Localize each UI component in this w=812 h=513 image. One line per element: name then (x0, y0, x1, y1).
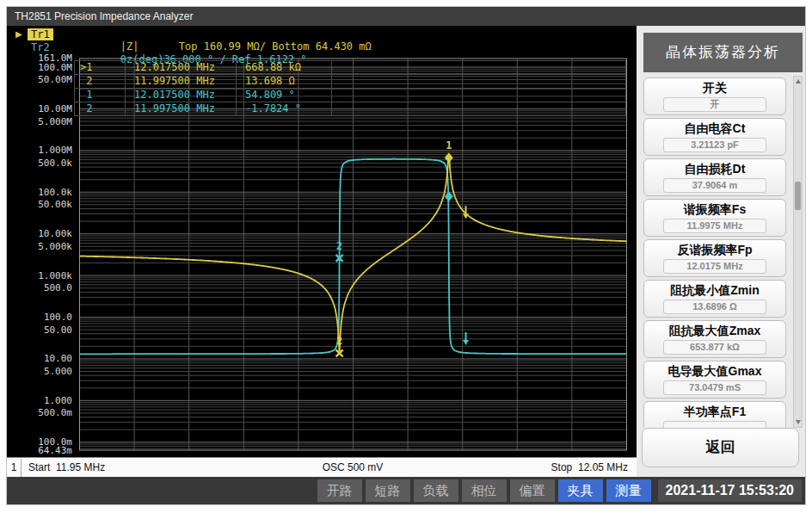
y-axis-label: 5.000M (38, 117, 72, 127)
panel-button-resonant-freq-fs[interactable]: 谐振频率Fs11.9975 MHz (643, 199, 786, 237)
bias-button[interactable]: 偏置 (510, 479, 555, 502)
window-title: TH2851 Precision Impedance Analyzer (15, 10, 193, 22)
marker-readout-cell (332, 89, 625, 102)
ref-arrow-tr2-tip-icon (463, 340, 469, 345)
marker-readout-row: 211.997500 MHz-1.7824 ° (74, 102, 626, 116)
y-axis-label: 50.00M (38, 75, 72, 84)
panel-button-conductance-max-gmax[interactable]: 电导最大值Gmax73.0479 mS (643, 361, 786, 399)
panel-scrollbar[interactable] (793, 76, 803, 428)
main-area: 122 ▶ Tr1 |Z|Top 160.99 MΩ/ Bottom 64.43… (7, 26, 805, 477)
marker-readout-cell: 12.017500 MHz (126, 61, 237, 74)
marker-readout-table: >112.017500 MHz668.88 kΩ 211.997500 MHz1… (74, 60, 626, 116)
y-axis-label: 100.0k (38, 188, 72, 197)
panel-button-value: 653.877 kΩ (663, 340, 766, 355)
y-axis-label: 500.0m (38, 408, 72, 417)
scroll-up-icon[interactable] (796, 79, 801, 83)
y-axis-label: 10.00 (44, 354, 72, 363)
app-window: TH2851 Precision Impedance Analyzer 122 … (7, 7, 805, 504)
marker-1-label: 1 (446, 139, 452, 151)
marker-readout-cell: 13.698 Ω (237, 75, 332, 88)
graph-area: 122 ▶ Tr1 |Z|Top 160.99 MΩ/ Bottom 64.43… (7, 26, 637, 477)
marker-readout-cell (332, 61, 625, 74)
panel-button-value: 开 (663, 97, 766, 112)
title-bar: TH2851 Precision Impedance Analyzer (7, 7, 805, 26)
y-axis-label: 1.000 (44, 396, 72, 405)
osc-level[interactable]: OSC 500 mV (323, 461, 384, 473)
panel-button-value: 73.0479 mS (663, 380, 766, 395)
marker-readout-cell: 11.997500 MHz (126, 102, 237, 115)
marker-readout-row: 112.017500 MHz54.809 ° (74, 88, 626, 102)
marker-readout-cell: 2 (75, 102, 126, 115)
panel-button-label: 电导最大值Gmax (644, 364, 785, 379)
load-button[interactable]: 负载 (414, 479, 458, 502)
panel-button-value: 13.6896 Ω (663, 300, 766, 314)
y-axis-label: 500.0 (44, 283, 72, 293)
phase-button[interactable]: 相位 (462, 479, 507, 502)
marker-readout-row: 211.997500 MHz13.698 Ω (74, 74, 626, 89)
back-button[interactable]: 返回 (642, 428, 799, 467)
marker-readout-cell: -1.7824 ° (237, 102, 332, 115)
short-button[interactable]: 短路 (366, 479, 410, 502)
y-axis-label: 5.000k (38, 242, 72, 251)
marker-readout-cell: >1 (75, 61, 126, 74)
side-panel: 晶体振荡器分析 开关开自由电容Ct3.21123 pF自由损耗Dt37.9064… (637, 26, 805, 477)
panel-button-impedance-min-zmin[interactable]: 阻抗最小值Zmin13.6896 Ω (643, 280, 786, 318)
marker-readout-cell: 2 (75, 75, 126, 88)
y-axis-label: 1.000M (38, 145, 72, 155)
fixture-button[interactable]: 夹具 (558, 479, 603, 502)
measure-button[interactable]: 测量 (606, 479, 651, 502)
y-axis-label: 50.00 (44, 325, 72, 335)
marker-2-label: 2 (336, 240, 342, 252)
y-axis-label: 64.43m (38, 446, 72, 455)
scrollbar-thumb[interactable] (795, 182, 801, 210)
marker-readout-row: >112.017500 MHz668.88 kΩ (74, 60, 626, 75)
channel-number: 1 (7, 459, 22, 477)
start-frequency[interactable]: Start 11.95 MHz (28, 461, 105, 473)
panel-button-value: 37.9064 m (663, 178, 766, 193)
y-axis-label: 500.0k (38, 158, 72, 168)
panel-button-label: 反谐振频率Fp (644, 243, 785, 257)
y-axis-label: 1.000k (38, 271, 72, 281)
y-axis-label: 100.0 (44, 312, 72, 322)
datetime-display: 2021-11-17 15:53:20 (658, 479, 802, 502)
panel-button-free-capacitance-ct[interactable]: 自由电容Ct3.21123 pF (643, 118, 786, 156)
panel-button-label: 自由损耗Dt (644, 162, 785, 176)
bottom-toolbar: 开路短路负载相位偏置夹具测量2021-11-17 15:53:20 (7, 477, 805, 504)
marker-readout-cell: 11.997500 MHz (126, 75, 237, 88)
y-axis-labels: 161.0M100.0M50.00M10.00M5.000M1.000M500.… (7, 26, 76, 458)
panel-button-label: 开关 (644, 81, 785, 96)
panel-button-free-loss-dt[interactable]: 自由损耗Dt37.9064 m (643, 158, 786, 196)
panel-title: 晶体振荡器分析 (643, 33, 803, 72)
panel-button-label: 谐振频率Fs (644, 202, 785, 217)
panel-button-value (663, 421, 766, 428)
marker-2-label: 2 (336, 335, 342, 347)
panel-button-list: 开关开自由电容Ct3.21123 pF自由损耗Dt37.9064 m谐振频率Fs… (637, 76, 790, 428)
y-axis-label: 100.0M (38, 63, 72, 72)
stop-frequency[interactable]: Stop 12.05 MHz (551, 461, 628, 473)
panel-button-label: 自由电容Ct (644, 121, 785, 136)
y-axis-label: 10.00k (38, 229, 72, 238)
sweep-status-bar: 1 Start 11.95 MHz OSC 500 mV Stop 12.05 … (7, 457, 637, 477)
open-button[interactable]: 开路 (317, 479, 362, 502)
marker-readout-cell (332, 75, 625, 88)
panel-button-half-power-f1[interactable]: 半功率点F1 (643, 401, 786, 428)
panel-button-label: 阻抗最小值Zmin (644, 283, 785, 298)
marker-readout-cell: 54.809 ° (237, 89, 332, 102)
marker-readout-cell: 1 (75, 89, 126, 102)
panel-button-anti-resonant-freq-fp[interactable]: 反谐振频率Fp12.0175 MHz (643, 239, 786, 277)
marker-readout-cell: 668.88 kΩ (237, 61, 332, 74)
panel-button-switch[interactable]: 开关开 (643, 77, 786, 115)
marker-readout-cell: 12.017500 MHz (126, 89, 237, 102)
y-axis-label: 10.00M (38, 104, 72, 114)
panel-button-value: 3.21123 pF (663, 138, 766, 152)
panel-button-value: 12.0175 MHz (663, 259, 766, 274)
panel-button-impedance-max-zmax[interactable]: 阻抗最大值Zmax653.877 kΩ (643, 320, 786, 358)
y-axis-label: 5.000 (44, 367, 72, 376)
marker-1-tr2-diamond-icon[interactable] (445, 191, 453, 201)
panel-button-value: 11.9975 MHz (663, 219, 766, 233)
panel-button-label: 阻抗最大值Zmax (644, 324, 785, 338)
y-axis-label: 50.00k (38, 200, 72, 209)
panel-button-label: 半功率点F1 (644, 405, 785, 419)
scroll-down-icon[interactable] (796, 420, 801, 424)
marker-readout-cell (332, 102, 625, 115)
